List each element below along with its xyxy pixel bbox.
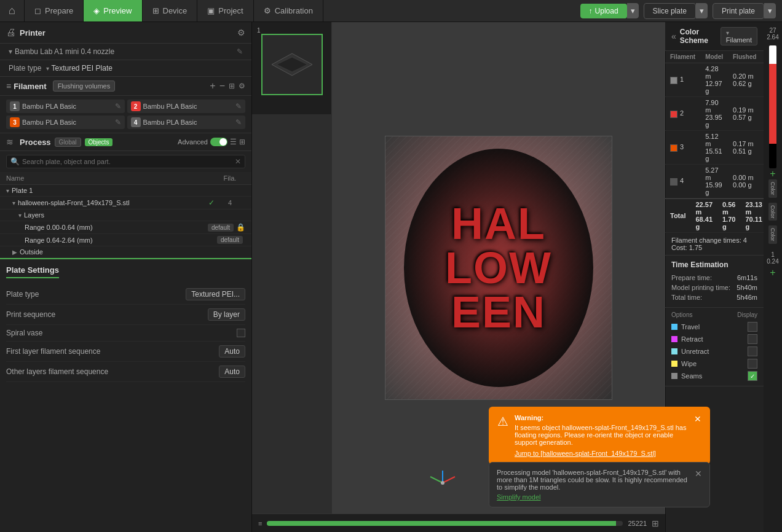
tree-range-2[interactable]: Range 0.64-2.64 (mm) default [0, 234, 251, 246]
cs-model-1: 4.28 m12.97 g [700, 63, 728, 97]
warning-close-icon[interactable]: ✕ [694, 414, 701, 424]
opt-display-1[interactable] [748, 334, 757, 344]
color-plus-icon[interactable]: + [770, 168, 775, 179]
other-layers-value[interactable]: Auto [219, 366, 245, 378]
printer-settings-icon[interactable]: ⚙ [237, 28, 245, 37]
slice-button[interactable]: Slice plate [644, 3, 696, 19]
opt-label-1: Retract [681, 335, 744, 343]
tree-model[interactable]: ▾ halloween-splat-Front_149x179_S.stl ✓ … [0, 197, 251, 209]
prepare-time-label: Prepare time: [671, 274, 712, 281]
plate-thumbnail[interactable] [261, 34, 323, 95]
opt-label-4: Seams [681, 372, 744, 380]
project-icon: ▣ [207, 6, 215, 15]
info-close-icon[interactable]: ✕ [695, 469, 702, 479]
opt-display-4[interactable]: ✓ [748, 371, 757, 381]
process-list-icon[interactable]: ☰ [230, 138, 237, 146]
nav-preview[interactable]: ◈ Preview [84, 0, 142, 22]
home-button[interactable]: ⌂ [0, 0, 25, 22]
plate-type-setting-value[interactable]: Textured PEI... [186, 288, 245, 300]
nav-project[interactable]: ▣ Project [197, 0, 253, 22]
left-panel: 🖨 Printer ⚙ ▾ Bambu Lab A1 mini 0.4 nozz… [0, 22, 252, 532]
info-link[interactable]: Simplify model [497, 493, 541, 501]
cs-model-4: 5.27 m15.99 g [700, 165, 728, 198]
upload-button[interactable]: ↑ Upload [580, 4, 627, 18]
filament-edit-3[interactable]: ✎ [115, 118, 121, 127]
tree-model-fila: 4 [215, 199, 245, 206]
prepare-icon: ◻ [34, 6, 41, 15]
option-row-wipe: Wipe [671, 358, 757, 370]
tag-global[interactable]: Global [55, 138, 81, 147]
clear-search-icon[interactable]: ✕ [235, 157, 241, 166]
nav-calibration[interactable]: ⚙ Calibration [254, 0, 323, 22]
warning-title: Warning: [515, 414, 688, 421]
cs-filament-4: 4 [665, 165, 700, 198]
tree-outside[interactable]: ▶ Outside [0, 246, 251, 258]
options-col-label: Options [671, 311, 692, 318]
plate-type-value[interactable]: ▾ Textured PEI Plate [46, 64, 113, 72]
nav-prepare[interactable]: ◻ Prepare [25, 0, 84, 22]
tree-plate-1[interactable]: ▾ Plate 1 [0, 185, 251, 197]
spiral-vase-checkbox[interactable] [237, 329, 245, 337]
color-label-0[interactable]: Color [768, 179, 777, 198]
print-button[interactable]: Print plate [713, 3, 764, 19]
color-label-2[interactable]: Color [768, 225, 777, 244]
slice-dropdown[interactable]: ▾ [696, 3, 708, 18]
calibration-icon: ⚙ [264, 6, 271, 15]
search-input[interactable] [22, 158, 235, 165]
nav-device[interactable]: ⊞ Device [143, 0, 198, 22]
add-filament-icon[interactable]: + [210, 80, 215, 92]
print-sequence-value[interactable]: By layer [208, 308, 245, 321]
cs-filament-1: 1 [665, 63, 700, 97]
warning-link[interactable]: Jump to [halloween-splat-Front_149x179_S… [515, 450, 656, 457]
cs-cost-label: Cost: [671, 244, 687, 251]
setting-first-layer: First layer filament sequence Auto [6, 342, 245, 362]
opt-color-3 [671, 361, 677, 367]
print-sequence-label: Print sequence [6, 310, 208, 319]
warning-icon: ⚠ [497, 414, 508, 429]
flushing-volumes-button[interactable]: Flushing volumes [53, 80, 116, 92]
tag-objects[interactable]: Objects [85, 138, 113, 146]
layer-number: 25221 [628, 520, 647, 527]
process-grid-icon[interactable]: ⊞ [239, 138, 245, 146]
top-marker-val: 27 2.64 [767, 27, 778, 41]
filament-name-3: Bambu PLA Basic [22, 119, 113, 126]
setting-plate-type: Plate type Textured PEI... [6, 284, 245, 305]
tree-range-1[interactable]: Range 0.00-0.64 (mm) default 🔒 [0, 221, 251, 234]
filament-name-4: Bambu PLA Basic [143, 119, 234, 126]
filament-settings-icon[interactable]: ⚙ [239, 82, 245, 90]
tree-layers[interactable]: ▾ Layers [0, 209, 251, 221]
setting-spiral-vase: Spiral vase [6, 325, 245, 342]
filament-num-2: 2 [131, 101, 141, 111]
time-estimation-title: Time Estimation [671, 260, 757, 269]
cs-expand-icon[interactable]: « [671, 31, 676, 41]
print-dropdown[interactable]: ▾ [764, 3, 776, 18]
option-row-retract: Retract [671, 333, 757, 345]
opt-display-3[interactable] [748, 359, 757, 369]
filament-num-3: 3 [10, 117, 20, 127]
filament-grid: 1 Bambu PLA Basic ✎ 2 Bambu PLA Basic ✎ … [0, 96, 251, 133]
option-row-seams: Seams ✓ [671, 370, 757, 382]
tree-col-fila: Fila. [215, 174, 245, 182]
color-plus-icon-2[interactable]: + [770, 267, 775, 278]
cs-filament-2: 2 [665, 97, 700, 131]
upload-dropdown[interactable]: ▾ [627, 3, 639, 18]
options-section: Options Display Travel Retract Unretract… [665, 308, 764, 386]
color-label-1[interactable]: Color [768, 203, 777, 221]
remove-filament-icon[interactable]: − [219, 80, 225, 92]
setting-other-layers: Other layers filament sequence Auto [6, 362, 245, 382]
opt-display-2[interactable] [748, 346, 757, 356]
filament-edit-4[interactable]: ✎ [235, 118, 242, 127]
printer-edit-icon[interactable]: ✎ [237, 47, 243, 56]
layers-stack-icon[interactable]: ⊞ [652, 518, 659, 528]
progress-bar[interactable] [267, 521, 623, 526]
cs-filament-tag[interactable]: ▾ Filament [721, 27, 757, 45]
bottom-marker-val: 1 0.24 [767, 251, 778, 265]
first-layer-value[interactable]: Auto [219, 345, 245, 358]
filament-edit-2[interactable]: ✎ [235, 102, 242, 111]
filament-item-2: 2 Bambu PLA Basic ✎ [127, 100, 246, 113]
cs-flushed-4: 0.00 m0.00 g [728, 165, 761, 198]
advanced-switch[interactable] [210, 138, 227, 146]
copy-filament-icon[interactable]: ⊞ [229, 82, 235, 90]
opt-display-0[interactable] [748, 322, 757, 332]
filament-edit-1[interactable]: ✎ [115, 102, 121, 111]
